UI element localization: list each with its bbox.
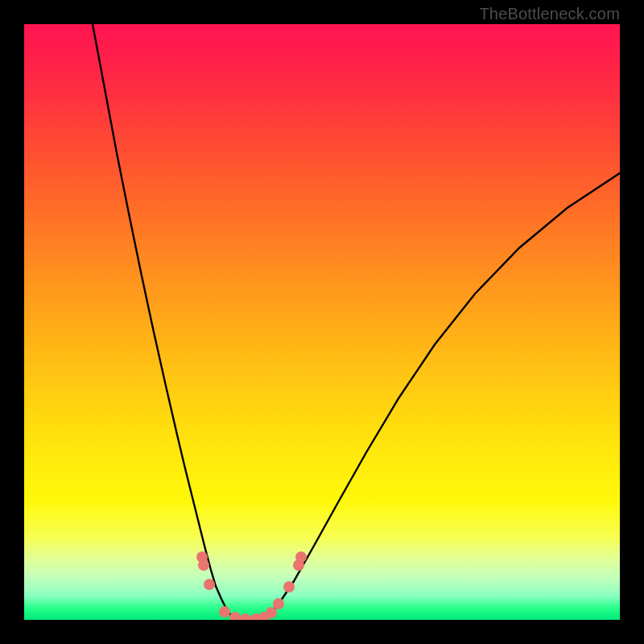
markers-group [196, 551, 307, 620]
curve-marker [219, 606, 230, 617]
curve-marker [266, 607, 277, 618]
attribution-text: TheBottleneck.com [479, 5, 620, 23]
curve-marker [273, 598, 284, 609]
curve-marker [198, 559, 209, 571]
bottleneck-curve [93, 24, 620, 620]
curve-marker [229, 612, 241, 620]
curve-marker [204, 579, 215, 590]
curve-marker [240, 613, 251, 620]
gradient-plot-area [24, 24, 620, 620]
curve-marker [283, 581, 295, 592]
curve-marker [295, 551, 307, 563]
plot-svg [24, 24, 620, 620]
